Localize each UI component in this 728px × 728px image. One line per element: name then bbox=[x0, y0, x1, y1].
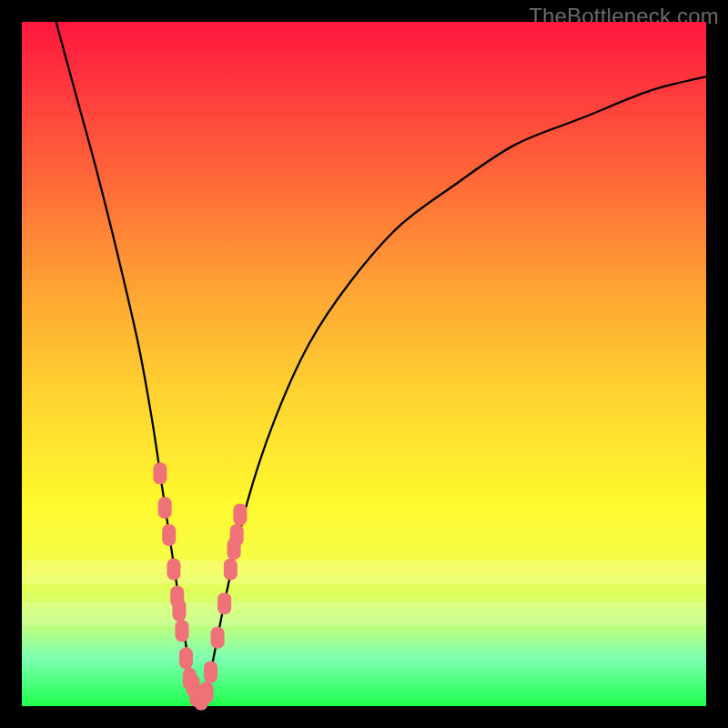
curve-marker bbox=[162, 524, 176, 546]
curve-marker bbox=[167, 559, 180, 581]
curve-marker bbox=[175, 620, 188, 642]
curve-marker bbox=[233, 503, 247, 525]
curve-marker bbox=[217, 592, 231, 614]
chart-plot-area bbox=[22, 22, 706, 706]
curve-marker bbox=[200, 682, 214, 703]
curve-marker bbox=[230, 524, 244, 546]
curve-marker bbox=[158, 497, 172, 519]
marker-group bbox=[153, 462, 247, 710]
curve-marker bbox=[172, 600, 186, 622]
bottleneck-curve bbox=[56, 22, 706, 703]
curve-marker bbox=[179, 647, 193, 669]
bottleneck-curve-svg bbox=[22, 22, 706, 706]
curve-marker bbox=[211, 627, 225, 649]
curve-marker bbox=[153, 462, 167, 484]
curve-marker bbox=[204, 661, 217, 682]
curve-marker bbox=[224, 559, 238, 581]
